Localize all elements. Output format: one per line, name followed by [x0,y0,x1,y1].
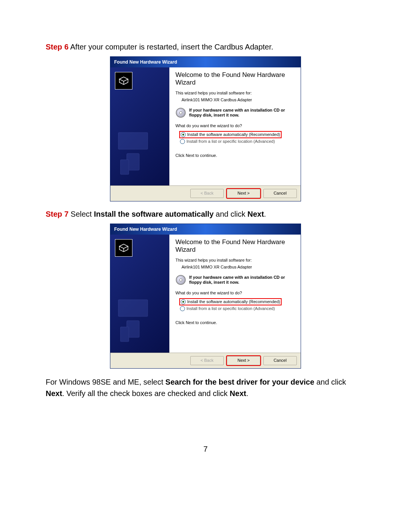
next-button[interactable]: Next > [227,356,260,365]
wizard-cd-text: If your hardware came with an installati… [189,275,295,285]
sidebar-graphic [114,296,156,341]
wizard-body: Welcome to the Found New Hardware Wizard… [110,235,301,353]
wizard-question: What do you want the wizard to do? [175,123,295,128]
wizard-option-list-label: Install from a list or specific location… [186,139,275,144]
note-b1: Search for the best driver for your devi… [166,378,314,386]
hardware-icon [115,239,132,257]
wizard-device-name: Airlink101 MIMO XR Cardbus Adapter [182,97,295,102]
wizard-option-auto[interactable]: Install the software automatically (Reco… [181,132,280,137]
wizard-window-2: Found New Hardware Wizard Welcome to the… [110,224,301,369]
wizard-continue-text: Click Next to continue. [175,153,295,158]
wizard-question: What do you want the wizard to do? [175,291,295,295]
note-b2: Next [46,389,62,398]
cd-icon [175,107,186,118]
step7-pre: Select [68,210,94,218]
wizard-sidebar [110,235,169,353]
note-b3: Next [230,389,246,398]
wizard-cd-row: If your hardware came with an installati… [175,275,295,285]
step6-text: After your computer is restarted, insert… [68,43,273,51]
cd-icon [175,275,186,285]
step7-b2: Next [247,210,264,218]
svg-rect-0 [118,133,148,149]
wizard-device-name: Airlink101 MIMO XR Cardbus Adapter [182,265,295,269]
wizard-help-text: This wizard helps you install software f… [175,258,295,262]
step6-label: Step 6 [46,43,68,51]
back-button: < Back [190,189,224,198]
wizard-heading: Welcome to the Found New Hardware Wizard [175,238,295,254]
wizard-cd-row: If your hardware came with an installati… [175,107,295,118]
wizard-footer: < Back Next > Cancel [110,353,301,368]
manual-page: Step 6 After your computer is restarted,… [0,0,411,476]
wizard-option-auto-label: Install the software automatically (Reco… [187,132,280,137]
cancel-button[interactable]: Cancel [263,356,297,365]
note-pre: For Windows 98SE and ME, select [46,378,166,386]
wizard-option-list[interactable]: Install from a list or specific location… [180,139,295,144]
wizard-sidebar [110,67,169,185]
wizard-content: Welcome to the Found New Hardware Wizard… [169,67,301,185]
wizard-body: Welcome to the Found New Hardware Wizard… [110,67,301,185]
step7-post: . [264,210,266,218]
note-mid1: and click [314,378,346,386]
svg-rect-5 [121,327,129,342]
wizard-window-1: Found New Hardware Wizard Welcome to the… [110,56,301,201]
svg-rect-3 [118,300,148,316]
wizard-titlebar: Found New Hardware Wizard [110,224,301,235]
next-button[interactable]: Next > [227,189,260,198]
step6-line: Step 6 After your computer is restarted,… [46,42,365,52]
wizard-titlebar: Found New Hardware Wizard [110,57,301,67]
radio-selected-icon [181,132,186,137]
wizard-option-auto-label: Install the software automatically (Reco… [187,299,280,304]
page-number: 7 [46,445,365,454]
wizard-footer: < Back Next > Cancel [110,185,301,201]
wizard-option-list[interactable]: Install from a list or specific location… [180,306,295,311]
wizard-option-auto-highlight: Install the software automatically (Reco… [179,298,282,305]
radio-selected-icon [181,299,186,304]
note-mid2: . Verify all the check boxes are checked… [62,389,229,398]
wizard-option-auto-highlight: Install the software automatically (Reco… [179,131,282,138]
wizard-help-text: This wizard helps you install software f… [175,91,295,95]
svg-rect-2 [121,160,129,175]
step7-line: Step 7 Select Install the software autom… [46,209,365,219]
step7-b1: Install the software automatically [94,210,214,218]
step7-label: Step 7 [46,210,68,218]
sidebar-graphic [114,128,156,174]
hardware-icon [115,72,132,89]
wizard-option-auto[interactable]: Install the software automatically (Reco… [181,299,280,304]
radio-unselected-icon [180,139,185,144]
wizard-continue-text: Click Next to continue. [175,320,295,325]
windows-98-note: For Windows 98SE and ME, select Search f… [46,376,365,399]
wizard-option-list-label: Install from a list or specific location… [186,306,275,311]
wizard-content: Welcome to the Found New Hardware Wizard… [169,235,301,353]
wizard-cd-text: If your hardware came with an installati… [189,108,295,118]
back-button: < Back [190,356,224,365]
radio-unselected-icon [180,306,185,311]
step7-mid: and click [213,210,247,218]
cancel-button[interactable]: Cancel [263,189,297,198]
wizard-heading: Welcome to the Found New Hardware Wizard [175,71,295,87]
note-post: . [246,389,249,398]
